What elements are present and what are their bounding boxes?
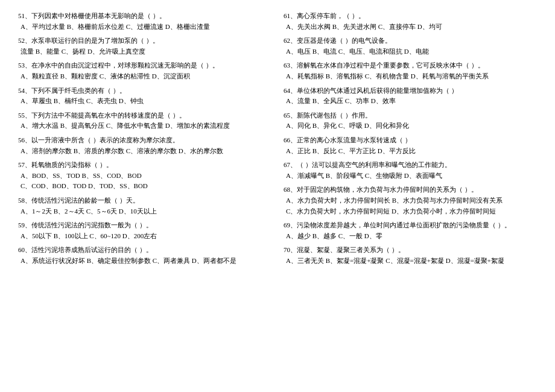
question-text: 59、传统活性污泥法的污泥指数一般为（ ）。	[18, 220, 271, 231]
question-q65: 65、新陈代谢包括（ ）作用。A、同化 B、异化 C、呼吸 D、同化和异化	[284, 110, 537, 131]
question-q54: 54、下列不属于纤毛虫类的有（ ）。A、草履虫 B、楠纤虫 C、表壳虫 D、钟虫	[18, 86, 271, 107]
question-text: 54、下列不属于纤毛虫类的有（ ）。	[18, 86, 271, 96]
question-option-row: A、水力负荷大时，水力停留时间长 B、水力负荷与水力停留时间没有关系	[284, 195, 537, 206]
question-text: 68、对于固定的构筑物，水力负荷与水力停留时间的关系为（ ）。	[284, 185, 537, 195]
question-q67: 67、（ ）法可以提高空气的利用率和曝气池的工作能力。A、渐减曝气 B、阶段曝气…	[284, 160, 537, 181]
question-option-row: C、COD、BOD、TOD D、TOD、SS、BOD	[18, 181, 271, 192]
question-options: 流量 B、能量 C、扬程 D、允许吸上真空度	[18, 46, 271, 57]
question-options: A、增大水温 B、提高氧分压 C、降低水中氧含量 D、增加水的素流程度	[18, 121, 271, 131]
question-q62: 62、变压器是传递（ ）的电气设备。A、电压 B、电流 C、电压、电流和阻抗 D…	[284, 36, 537, 57]
question-q69: 69、污染物浓度差异越大，单位时间内通过单位面积扩散的污染物质量（ ）。A、越少…	[284, 220, 537, 241]
question-text: 66、正常的离心水泵流量与水泵转速成（ ）	[284, 135, 537, 146]
question-q66: 66、正常的离心水泵流量与水泵转速成（ ）A、正比 B、反比 C、平方正比 D、…	[284, 135, 537, 156]
question-text: 57、耗氧物质的污染指标（ ）。	[18, 160, 271, 171]
question-text: 51、下列因素中对格栅使用基本无影响的是（ ）。	[18, 11, 271, 22]
question-q55: 55、下列方法中不能提高氧在水中的转移速度的是（ ）。A、增大水温 B、提高氧分…	[18, 110, 271, 131]
question-q68: 68、对于固定的构筑物，水力负荷与水力停留时间的关系为（ ）。A、水力负荷大时，…	[284, 185, 537, 217]
question-options: A、1～2天 B、2～4天 C、5～6天 D、10天以上	[18, 206, 271, 217]
question-options: A、溶剂的摩尔数 B、溶质的摩尔数 C、溶液的摩尔数 D、水的摩尔数	[18, 146, 271, 157]
question-text: 70、混凝、絮凝、凝聚三者关系为（ ）。	[284, 245, 537, 256]
left-column: 51、下列因素中对格栅使用基本无影响的是（ ）。A、平均过水量 B、格栅前后水位…	[18, 11, 271, 270]
question-text: 65、新陈代谢包括（ ）作用。	[284, 110, 537, 121]
question-options: A、电压 B、电流 C、电压、电流和阻抗 D、电能	[284, 46, 537, 57]
question-option-row: A、BOD、SS、TOD B、SS、COD、BOD	[18, 171, 271, 182]
question-options: A、越少 B、越多 C、一般 D、零	[284, 231, 537, 242]
question-options: A、50以下 B、100以上 C、60~120 D、200左右	[18, 231, 271, 242]
question-options: A、先关出水阀 B、先关进水闸 C、直接停车 D、均可	[284, 22, 537, 33]
question-text: 52、水泵串联运行的目的是为了增加泵的（ ）。	[18, 36, 271, 46]
question-q51: 51、下列因素中对格栅使用基本无影响的是（ ）。A、平均过水量 B、格栅前后水位…	[18, 11, 271, 32]
question-options: A、系统运行状况好坏 B、确定最佳控制参数 C、两者兼具 D、两者都不是	[18, 256, 271, 267]
question-options: A、颗粒直径 B、颗粒密度 C、液体的粘滞性 D、沉淀面积	[18, 71, 271, 82]
question-text: 62、变压器是传递（ ）的电气设备。	[284, 36, 537, 46]
question-q57: 57、耗氧物质的污染指标（ ）。A、BOD、SS、TOD B、SS、COD、BO…	[18, 160, 271, 192]
question-text: 56、以一升溶液中所含（ ）表示的浓度称为摩尔浓度。	[18, 135, 271, 146]
question-q52: 52、水泵串联运行的目的是为了增加泵的（ ）。流量 B、能量 C、扬程 D、允许…	[18, 36, 271, 57]
question-options: A、平均过水量 B、格栅前后水位差 C、过栅流速 D、格栅出渣量	[18, 22, 271, 33]
question-q58: 58、传统活性污泥法的龄龄一般（ ）天。A、1～2天 B、2～4天 C、5～6天…	[18, 195, 271, 217]
right-column: 61、离心泵停车前，（ ）。A、先关出水阀 B、先关进水闸 C、直接停车 D、均…	[284, 11, 537, 270]
question-q60: 60、活性污泥培养成熟后试运行的目的（ ）。A、系统运行状况好坏 B、确定最佳控…	[18, 245, 271, 266]
question-options: A、同化 B、异化 C、呼吸 D、同化和异化	[284, 121, 537, 131]
question-options: A、流量 B、全风压 C、功率 D、效率	[284, 96, 537, 107]
question-text: 55、下列方法中不能提高氧在水中的转移速度的是（ ）。	[18, 110, 271, 121]
question-q64: 64、单位体积的气体通过风机后获得的能量增加值称为（ ）A、流量 B、全风压 C…	[284, 86, 537, 107]
question-text: 61、离心泵停车前，（ ）。	[284, 11, 537, 22]
question-options: A、正比 B、反比 C、平方正比 D、平方反比	[284, 146, 537, 157]
question-q70: 70、混凝、絮凝、凝聚三者关系为（ ）。A、三者无关 B、絮凝=混凝+凝聚 C、…	[284, 245, 537, 266]
question-q61: 61、离心泵停车前，（ ）。A、先关出水阀 B、先关进水闸 C、直接停车 D、均…	[284, 11, 537, 32]
question-q56: 56、以一升溶液中所含（ ）表示的浓度称为摩尔浓度。A、溶剂的摩尔数 B、溶质的…	[18, 135, 271, 156]
question-text: 58、传统活性污泥法的龄龄一般（ ）天。	[18, 195, 271, 206]
question-text: 63、溶解氧在水体自净过程中是个重要参数，它可反映水体中（ ）。	[284, 60, 537, 71]
question-text: 60、活性污泥培养成熟后试运行的目的（ ）。	[18, 245, 271, 256]
question-q63: 63、溶解氧在水体自净过程中是个重要参数，它可反映水体中（ ）。A、耗氧指标 B…	[284, 60, 537, 81]
question-options: A、耗氧指标 B、溶氧指标 C、有机物含量 D、耗氧与溶氧的平衡关系	[284, 71, 537, 82]
question-text: 67、（ ）法可以提高空气的利用率和曝气池的工作能力。	[284, 160, 537, 171]
question-options: A、草履虫 B、楠纤虫 C、表壳虫 D、钟虫	[18, 96, 271, 107]
main-content: 51、下列因素中对格栅使用基本无影响的是（ ）。A、平均过水量 B、格栅前后水位…	[18, 11, 537, 270]
question-option-row: C、水力负荷大时，水力停留时间短 D、水力负荷小时，水力停留时间短	[284, 206, 537, 217]
question-options: A、三者无关 B、絮凝=混凝+凝聚 C、混凝=混凝+絮凝 D、混凝=凝聚+絮凝	[284, 256, 537, 267]
question-text: 69、污染物浓度差异越大，单位时间内通过单位面积扩散的污染物质量（ ）。	[284, 220, 537, 231]
question-options: A、渐减曝气 B、阶段曝气 C、生物吸附 D、表面曝气	[284, 171, 537, 182]
question-q53: 53、在净水中的自由沉淀过程中，对球形颗粒沉速无影响的是（ ）。A、颗粒直径 B…	[18, 60, 271, 81]
question-text: 64、单位体积的气体通过风机后获得的能量增加值称为（ ）	[284, 86, 537, 96]
question-q59: 59、传统活性污泥法的污泥指数一般为（ ）。A、50以下 B、100以上 C、6…	[18, 220, 271, 241]
question-text: 53、在净水中的自由沉淀过程中，对球形颗粒沉速无影响的是（ ）。	[18, 60, 271, 71]
